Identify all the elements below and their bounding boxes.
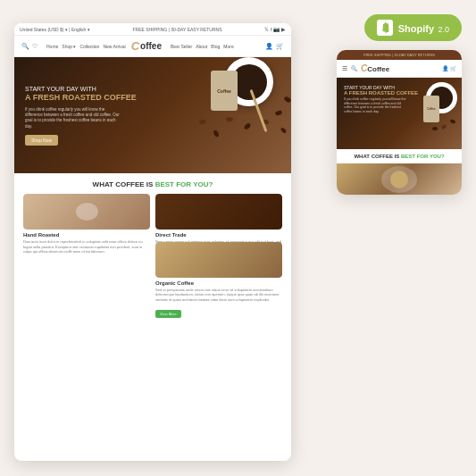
bean-8 bbox=[280, 127, 288, 134]
nav-link-shop[interactable]: Shop ▾ bbox=[62, 44, 76, 49]
mobile-topbar: FREE SHIPPING | 30-DAY EASY RETURNS bbox=[337, 50, 462, 60]
mobile-search-icon[interactable]: 🔍 bbox=[351, 65, 357, 71]
desktop-navbar: 🔍 ♡ Home Shop ▾ Collection New Arrival C… bbox=[14, 36, 291, 57]
shopify-version: 2.0 bbox=[438, 25, 449, 34]
beans-visual bbox=[155, 194, 282, 230]
mobile-shipping-text: FREE SHIPPING | 30-DAY EASY RETURNS bbox=[363, 53, 435, 57]
nav-link-collection[interactable]: Collection bbox=[79, 44, 99, 49]
feature-hand-roasted: Hand Roasted Duis aute irure dolor in re… bbox=[23, 194, 150, 255]
nav-link-home[interactable]: Home bbox=[46, 44, 58, 49]
section-title: WHAT COFFEE IS BEST FOR YOU? bbox=[23, 180, 282, 188]
nav-icons: 🔍 ♡ bbox=[21, 43, 38, 50]
bean-7 bbox=[198, 119, 206, 125]
mobile-hero: START YOUR DAY WITH A FRESH ROASTED COFF… bbox=[337, 78, 462, 149]
desktop-hero: START YOUR DAY WITH A FRESH ROASTED COFF… bbox=[14, 57, 291, 173]
hero-title-line1: START YOUR DAY WITH bbox=[25, 85, 137, 93]
feature-text-3: Sed ut perspiciatis unde omnis iste natu… bbox=[155, 288, 282, 303]
feature-text-1: Duis aute irure dolor in reprehenderit i… bbox=[23, 239, 150, 255]
shopify-label: Shopify 2.0 bbox=[398, 20, 449, 36]
mobile-hand-visual bbox=[381, 166, 417, 193]
mobile-account-icon[interactable]: 👤 bbox=[442, 65, 448, 71]
cart-icon[interactable]: 🛒 bbox=[276, 43, 284, 50]
mobile-section-accent: BEST FOR YOU? bbox=[401, 154, 445, 159]
mobile-section-title: WHAT COFFEE IS BEST FOR YOU? bbox=[337, 149, 462, 163]
mobile-nav-actions: 👤 🛒 bbox=[442, 65, 456, 71]
mobile-hero-image: Coffee bbox=[408, 82, 457, 145]
bean-4 bbox=[243, 122, 251, 130]
nav-link-about[interactable]: About bbox=[196, 44, 207, 49]
hero-title-line2: A FRESH ROASTED COFFEE bbox=[25, 93, 137, 104]
mobile-bean-2 bbox=[440, 124, 447, 129]
wishlist-icon[interactable]: ♡ bbox=[32, 43, 38, 50]
desktop-topbar: United States (USD $) ▾ | English ▾ FREE… bbox=[14, 23, 291, 36]
nav-links-right: Best Seller About Blog More bbox=[171, 44, 234, 49]
desktop-mockup: United States (USD $) ▾ | English ▾ FREE… bbox=[14, 23, 291, 461]
topbar-shipping: FREE SHIPPING | 30-DAY EASY RETURNS bbox=[133, 27, 222, 32]
features-grid: Hand Roasted Duis aute irure dolor in re… bbox=[23, 194, 282, 319]
mobile-menu-icon[interactable]: ☰ bbox=[342, 65, 347, 72]
feature-img-hands bbox=[23, 194, 150, 230]
hero-text: START YOUR DAY WITH A FRESH ROASTED COFF… bbox=[25, 85, 137, 146]
feature-img-beans bbox=[155, 194, 282, 230]
page-wrapper: United States (USD $) ▾ | English ▾ FREE… bbox=[0, 0, 476, 476]
topbar-social: 𝕏 f 📷 ▶ bbox=[264, 26, 286, 32]
desktop-section-what: WHAT COFFEE IS BEST FOR YOU? Hand Roaste… bbox=[14, 173, 291, 326]
hero-image: Coffee bbox=[171, 57, 291, 173]
bean-5 bbox=[226, 117, 233, 121]
nav-link-more[interactable]: More bbox=[223, 44, 233, 49]
mobile-navbar: ☰ 🔍 CCoffee 👤 🛒 bbox=[337, 60, 462, 78]
nav-actions: 👤 🛒 bbox=[265, 43, 284, 50]
mobile-bag: Coffee bbox=[423, 96, 439, 122]
coffee-bag: Coffee bbox=[211, 71, 238, 111]
account-icon[interactable]: 👤 bbox=[265, 43, 273, 50]
nav-link-bestseller[interactable]: Best Seller bbox=[171, 44, 192, 49]
mobile-section-main: WHAT COFFEE IS bbox=[354, 154, 401, 159]
bean-6 bbox=[213, 129, 220, 138]
bean-2 bbox=[274, 110, 282, 116]
mobile-mockup: FREE SHIPPING | 30-DAY EASY RETURNS ☰ 🔍 … bbox=[337, 50, 462, 195]
feature-title-2: Direct Trade bbox=[155, 232, 282, 238]
feature-organic: Organic Coffee Sed ut perspiciatis unde … bbox=[155, 242, 282, 319]
hands-visual bbox=[23, 194, 150, 230]
site-logo[interactable]: Coffee bbox=[131, 39, 162, 53]
feature-title-1: Hand Roasted bbox=[23, 232, 150, 238]
hero-body: If you drink coffee regularly you will k… bbox=[25, 107, 123, 129]
shopify-icon bbox=[377, 20, 393, 36]
mobile-bean-1 bbox=[449, 119, 455, 124]
ground-visual bbox=[155, 242, 282, 278]
nav-links-left: Home Shop ▾ Collection New Arrival bbox=[46, 44, 126, 49]
view-more-button[interactable]: View More bbox=[155, 310, 181, 318]
shopify-badge: Shopify 2.0 bbox=[364, 14, 462, 41]
mobile-logo[interactable]: CCoffee bbox=[361, 63, 389, 73]
topbar-region[interactable]: United States (USD $) ▾ | English ▾ bbox=[20, 27, 90, 32]
nav-link-newarrival[interactable]: New Arrival bbox=[103, 44, 125, 49]
hero-cta-button[interactable]: Shop Now bbox=[25, 135, 58, 146]
mobile-cart-icon[interactable]: 🛒 bbox=[450, 65, 456, 71]
nav-link-blog[interactable]: Blog bbox=[211, 44, 220, 49]
bean-1 bbox=[283, 96, 291, 103]
feature-img-ground bbox=[155, 242, 282, 278]
mobile-feature-image bbox=[337, 163, 462, 195]
search-icon[interactable]: 🔍 bbox=[21, 43, 29, 50]
shopify-text: Shopify bbox=[398, 23, 434, 34]
right-panel: Shopify 2.0 FREE SHIPPING | 30-DAY EASY … bbox=[302, 14, 462, 462]
section-title-main: WHAT COFFEE IS bbox=[93, 180, 155, 188]
mobile-bean-3 bbox=[432, 127, 438, 130]
mobile-hero-body: If you drink coffee regularly you will k… bbox=[344, 97, 406, 113]
section-title-accent: BEST FOR YOU? bbox=[155, 180, 213, 188]
feature-title-3: Organic Coffee bbox=[155, 280, 282, 286]
mobile-section: WHAT COFFEE IS BEST FOR YOU? bbox=[337, 149, 462, 195]
